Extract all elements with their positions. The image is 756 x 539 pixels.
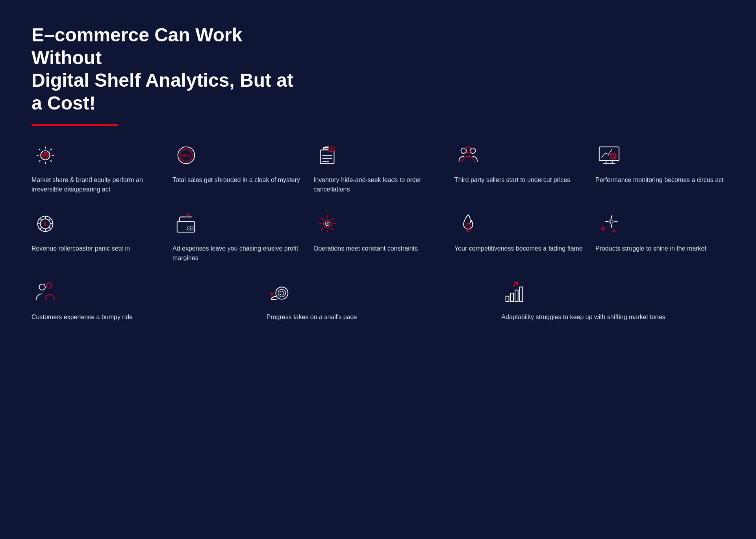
customers-label: Customers experience a bumpy ride [32,312,133,322]
adaptability-label: Adaptability struggles to keep up with s… [501,312,665,322]
svg-point-42 [280,291,284,295]
svg-text:$: $ [43,153,45,157]
ad-expenses-label: Ad expenses leave you chasing elusive pr… [172,244,302,263]
items-grid-row2: $ Revenue rollercoaster panic sets in Ad… [32,210,724,263]
svg-point-37 [327,225,328,226]
operations-label: Operations meet constant constraints [313,244,418,253]
decorative-line [32,124,118,126]
item-operations: Operations meet constant constraints [313,210,443,263]
svg-rect-48 [511,293,514,301]
clipboard-box-icon [313,141,341,169]
svg-point-45 [270,293,271,294]
title-line1: E–commerce Can Work Without [32,24,242,68]
svg-line-30 [40,227,42,229]
title-line2: Digital Shelf Analytics, But at a Cost! [32,70,293,113]
svg-text:ALL: ALL [182,153,191,158]
item-performance: Performance monitoring becomes a circus … [595,141,724,194]
chart-arrow-icon [501,279,529,306]
svg-point-40 [276,287,288,299]
page-title: E–commerce Can Work Without Digital Shel… [32,24,307,114]
person-bump-icon [32,279,59,306]
gear-chart-icon: $ [32,141,59,169]
snail-icon [267,279,294,306]
monitor-search-icon [595,141,623,169]
svg-rect-50 [520,287,523,302]
market-share-label: Market share & brand equity perform an i… [32,175,161,194]
svg-text:$: $ [43,221,46,227]
item-total-sales: ALL Total sales get shrouded in a cloak … [172,141,302,194]
svg-rect-49 [515,290,518,302]
all-circle-icon: ALL [172,141,200,169]
item-products: Products struggle to shine in the market [595,210,724,263]
svg-line-44 [272,294,273,297]
svg-line-28 [48,227,50,229]
items-grid-row1: $ Market share & brand equity perform an… [32,141,724,194]
svg-point-46 [271,292,272,294]
wallet-arrow-icon [172,210,200,238]
products-label: Products struggle to shine in the market [595,244,706,253]
revenue-label: Revenue rollercoaster panic sets in [32,244,130,253]
competitiveness-label: Your competitiveness becomes a fading fl… [454,244,583,253]
item-adaptability: Adaptability struggles to keep up with s… [501,279,724,322]
item-revenue: $ Revenue rollercoaster panic sets in [32,210,161,263]
item-progress: Progress takes on a snail's pace [267,279,490,322]
svg-point-38 [39,284,46,290]
item-market-share: $ Market share & brand equity perform an… [32,141,161,194]
svg-line-43 [270,294,272,297]
total-sales-label: Total sales get shrouded in a cloak of m… [172,175,300,185]
svg-point-33 [190,228,191,229]
item-third-party: Third party sellers start to undercut pr… [454,141,584,194]
item-customers: Customers experience a bumpy ride [32,279,255,322]
flame-icon [454,210,482,238]
item-competitiveness: Your competitiveness becomes a fading fl… [454,210,584,263]
svg-point-41 [278,290,285,297]
gear-warning-icon [313,210,341,238]
dollar-gear-icon: $ [32,210,59,238]
svg-line-29 [48,219,50,221]
sparkle-icon [595,210,623,238]
svg-line-27 [40,219,42,221]
performance-label: Performance monitoring becomes a circus … [595,175,723,185]
third-party-label: Third party sellers start to undercut pr… [454,175,570,185]
svg-rect-47 [506,296,509,302]
svg-point-39 [46,283,52,288]
page-header: E–commerce Can Work Without Digital Shel… [32,24,724,126]
item-inventory: Inventory hide-and-seek leads to order c… [313,141,443,194]
items-grid-row3: Customers experience a bumpy ride Progre… [32,279,724,322]
item-ad-expenses: Ad expenses leave you chasing elusive pr… [172,210,302,263]
progress-label: Progress takes on a snail's pace [267,312,357,322]
people-icon [454,141,482,169]
inventory-label: Inventory hide-and-seek leads to order c… [313,175,443,194]
